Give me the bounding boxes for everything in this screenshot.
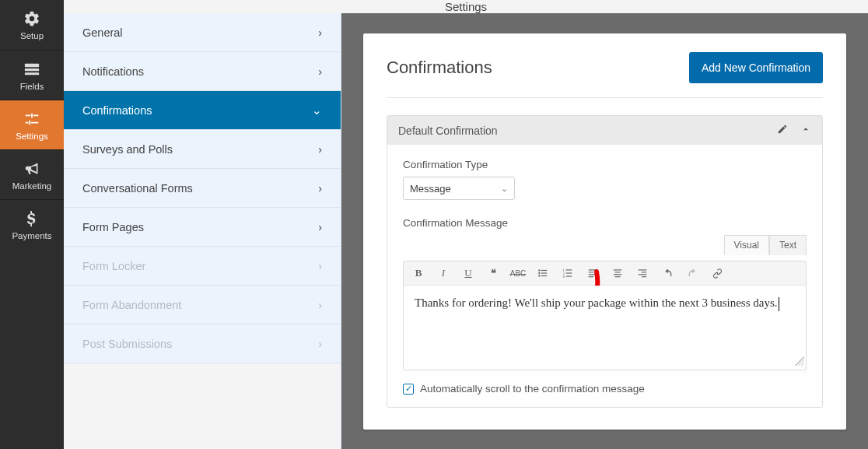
svg-rect-4 (541, 270, 548, 271)
chevron-right-icon: › (318, 221, 322, 233)
confirmations-panel: Confirmations Add New Confirmation Defau… (363, 33, 846, 430)
svg-rect-25 (639, 274, 647, 275)
undo-icon[interactable] (660, 266, 674, 280)
svg-rect-15 (589, 269, 597, 270)
resize-grip[interactable] (404, 356, 806, 370)
italic-icon[interactable]: I (436, 266, 450, 280)
message-text: Thanks for ordering! We'll ship your pac… (415, 296, 778, 309)
message-label: Confirmation Message (403, 217, 807, 229)
rail-spacer (0, 249, 64, 449)
topbar: Settings (64, 0, 868, 13)
submenu-label: Post Submissions (82, 338, 172, 350)
page-title: Settings (445, 0, 487, 13)
submenu-label: General (82, 26, 123, 39)
rail-item-settings[interactable]: Settings (0, 100, 64, 149)
editor-tab-visual[interactable]: Visual (724, 235, 769, 255)
redo-icon[interactable] (685, 266, 699, 280)
checkbox-label: Automatically scroll to the confirmation… (420, 383, 645, 395)
chevron-right-icon: › (318, 65, 322, 78)
gear-icon (23, 9, 40, 28)
collapse-icon[interactable] (800, 124, 811, 137)
submenu-item-surveys[interactable]: Surveys and Polls › (64, 130, 341, 169)
svg-text:3: 3 (563, 275, 565, 279)
confirmation-block: Default Confirmation Con (387, 115, 823, 408)
ol-icon[interactable]: 123 (561, 266, 575, 280)
svg-rect-14 (566, 276, 572, 277)
svg-rect-12 (566, 272, 572, 273)
add-confirmation-button[interactable]: Add New Confirmation (689, 52, 823, 83)
auto-scroll-checkbox[interactable]: ✓ (403, 384, 414, 395)
confirmation-block-title: Default Confirmation (398, 125, 498, 137)
svg-rect-6 (541, 272, 548, 273)
link-icon[interactable] (710, 266, 724, 280)
svg-rect-16 (589, 272, 593, 272)
rail-item-fields[interactable]: Fields (0, 50, 64, 100)
select-value: Message (410, 183, 451, 195)
align-center-icon[interactable] (611, 266, 625, 280)
submenu-item-form-abandonment[interactable]: Form Abandonment › (64, 286, 341, 324)
strike-icon[interactable]: ABC (511, 266, 525, 280)
settings-submenu: General › Notifications › Confirmations … (64, 13, 341, 449)
submenu-label: Form Pages (82, 221, 144, 233)
submenu-label: Confirmations (82, 104, 152, 117)
edit-icon[interactable] (777, 124, 788, 137)
submenu-item-post-submissions[interactable]: Post Submissions › (64, 324, 341, 363)
submenu-label: Form Abandonment (82, 299, 181, 311)
chevron-right-icon: › (318, 260, 322, 272)
rail-label: Setup (20, 31, 44, 40)
rail-label: Fields (20, 82, 44, 91)
rail-item-marketing[interactable]: Marketing (0, 149, 64, 199)
panel-title: Confirmations (387, 58, 492, 78)
submenu-item-notifications[interactable]: Notifications › (64, 52, 341, 91)
svg-rect-24 (642, 272, 646, 272)
message-textarea[interactable]: Thanks for ordering! We'll ship your pac… (404, 286, 806, 356)
ul-icon[interactable] (536, 266, 550, 280)
submenu-item-confirmations[interactable]: Confirmations ⌄ (64, 91, 341, 130)
submenu-label: Surveys and Polls (82, 143, 173, 156)
chevron-right-icon: › (318, 143, 322, 156)
nav-rail: Setup Fields Settings Marketing Payments (0, 0, 64, 449)
message-editor: B I U ❝ ABC 123 (403, 261, 807, 370)
rail-item-setup[interactable]: Setup (0, 0, 64, 50)
submenu-item-form-locker[interactable]: Form Locker › (64, 247, 341, 286)
confirmation-type-select[interactable]: Message ⌄ (403, 177, 515, 200)
svg-rect-19 (614, 269, 622, 270)
svg-rect-17 (589, 274, 597, 275)
svg-rect-18 (589, 276, 593, 277)
rail-label: Marketing (12, 181, 52, 191)
svg-rect-22 (615, 276, 621, 277)
svg-rect-0 (25, 63, 39, 67)
rail-item-payments[interactable]: Payments (0, 199, 64, 249)
align-left-icon[interactable] (586, 266, 600, 280)
bullhorn-icon (23, 160, 40, 178)
submenu-label: Form Locker (82, 260, 145, 272)
align-right-icon[interactable] (635, 266, 649, 280)
submenu-item-form-pages[interactable]: Form Pages › (64, 208, 341, 247)
submenu-label: Notifications (82, 65, 144, 78)
submenu-empty (64, 363, 341, 449)
submenu-item-general[interactable]: General › (64, 13, 341, 52)
rail-label: Settings (16, 132, 48, 141)
editor-toolbar: B I U ❝ ABC 123 (404, 261, 806, 286)
rail-label: Payments (12, 231, 51, 240)
chevron-down-icon: ⌄ (501, 184, 508, 194)
chevron-right-icon: › (318, 26, 322, 39)
editor-tab-text[interactable]: Text (769, 235, 807, 255)
underline-icon[interactable]: U (461, 266, 475, 280)
submenu-label: Conversational Forms (82, 182, 193, 195)
text-cursor (779, 297, 779, 311)
type-label: Confirmation Type (403, 159, 807, 170)
submenu-item-conversational[interactable]: Conversational Forms › (64, 169, 341, 208)
content-area: Confirmations Add New Confirmation Defau… (341, 13, 868, 449)
svg-point-7 (538, 275, 540, 276)
svg-rect-10 (566, 269, 572, 270)
svg-rect-1 (25, 68, 39, 71)
svg-point-5 (538, 272, 540, 274)
chevron-right-icon: › (318, 338, 322, 350)
chevron-right-icon: › (318, 299, 322, 311)
svg-rect-8 (541, 275, 548, 276)
fields-icon (23, 60, 40, 79)
bold-icon[interactable]: B (411, 266, 425, 280)
blockquote-icon[interactable]: ❝ (486, 266, 500, 280)
chevron-down-icon: ⌄ (312, 104, 322, 117)
